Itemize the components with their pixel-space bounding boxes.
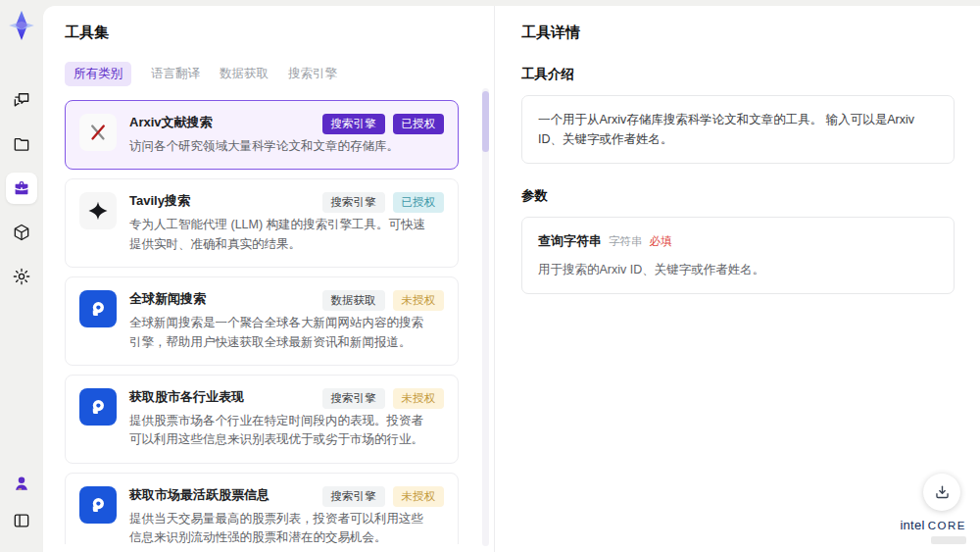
intel-core-logo: intelCORE <box>900 516 966 544</box>
sidebar-item-settings[interactable] <box>6 261 37 292</box>
sidebar-item-toolbox[interactable] <box>6 173 37 204</box>
tab-search[interactable]: 搜索引擎 <box>288 66 337 82</box>
category-tag: 搜索引擎 <box>322 114 385 134</box>
auth-tag: 未授权 <box>393 486 445 507</box>
category-tag: 数据获取 <box>322 290 385 311</box>
tool-list: Arxiv文献搜索 访问各个研究领域大量科学论文和文章的存储库。 搜索引擎 已授… <box>65 100 470 544</box>
tab-data[interactable]: 数据获取 <box>220 66 269 82</box>
tool-description: 专为人工智能代理 (LLM) 构建的搜索引擎工具。可快速提供实时、准确和真实的结… <box>129 216 433 254</box>
param-name: 查询字符串 <box>538 231 602 252</box>
required-badge: 必填 <box>650 232 672 250</box>
tool-card[interactable]: 获取市场最活跃股票信息 提供当天交易量最高的股票列表，投资者可以利用这些信息来识… <box>65 473 459 544</box>
tool-card[interactable]: Tavily搜索 专为人工智能代理 (LLM) 构建的搜索引擎工具。可快速提供实… <box>65 178 459 268</box>
sidebar-item-plugins[interactable] <box>6 217 37 248</box>
auth-tag: 已授权 <box>393 192 445 213</box>
category-tabs: 所有类别语言翻译数据获取搜索引擎 <box>65 62 470 86</box>
tool-card[interactable]: 获取股市各行业表现 提供股票市场各个行业在特定时间段内的表现。投资者可以利用这些… <box>65 375 459 464</box>
brand-secondary: CORE <box>928 520 966 531</box>
auth-tag: 已授权 <box>393 114 445 134</box>
page-title: 工具集 <box>65 24 470 42</box>
toolset-panel: 工具集 所有类别语言翻译数据获取搜索引擎 Arxiv文献搜索 访问各个研究领域大… <box>43 6 495 552</box>
download-icon <box>933 483 952 502</box>
app-logo-icon <box>7 10 36 43</box>
globe-news-icon <box>79 486 117 524</box>
sidebar-item-chat[interactable] <box>6 84 37 116</box>
tool-description: 提供当天交易量最高的股票列表，投资者可以利用这些信息来识别流动性强的股票和潜在的… <box>129 510 433 544</box>
category-tag: 搜索引擎 <box>322 192 385 213</box>
tool-details-panel: 工具详情 工具介绍 一个用于从Arxiv存储库搜索科学论文和文章的工具。 输入可… <box>496 6 980 552</box>
tool-description: 访问各个研究领域大量科学论文和文章的存储库。 <box>129 137 399 156</box>
app-sidebar <box>0 0 43 552</box>
globe-news-icon <box>79 290 117 327</box>
details-title: 工具详情 <box>521 24 955 42</box>
tab-all[interactable]: 所有类别 <box>65 62 131 86</box>
tab-translation[interactable]: 语言翻译 <box>151 66 200 82</box>
tool-description: 全球新闻搜索是一个聚合全球各大新闻网站内容的搜索引擎，帮助用户快速获取全球最新资… <box>129 314 433 352</box>
sidebar-item-files[interactable] <box>6 128 37 160</box>
tool-card[interactable]: Arxiv文献搜索 访问各个研究领域大量科学论文和文章的存储库。 搜索引擎 已授… <box>65 100 459 170</box>
sidebar-item-collapse[interactable] <box>6 505 37 536</box>
cube-icon <box>12 223 31 242</box>
avatar-icon <box>12 474 31 493</box>
param-type: 字符串 <box>609 232 643 250</box>
param-description: 用于搜索的Arxiv ID、关键字或作者姓名。 <box>538 260 938 279</box>
folder-icon <box>12 134 31 154</box>
auth-tag: 未授权 <box>393 290 445 311</box>
briefcase-icon <box>12 178 31 198</box>
chat-icon <box>12 90 31 110</box>
category-tag: 搜索引擎 <box>322 486 385 507</box>
gear-icon <box>12 267 31 286</box>
sidebar-item-profile[interactable] <box>6 468 37 499</box>
globe-news-icon <box>79 388 117 426</box>
intro-heading: 工具介绍 <box>521 66 955 83</box>
main-content: 工具集 所有类别语言翻译数据获取搜索引擎 Arxiv文献搜索 访问各个研究领域大… <box>43 6 980 552</box>
arxiv-icon <box>79 114 117 151</box>
params-heading: 参数 <box>521 187 955 205</box>
tavily-icon <box>79 192 117 229</box>
brand-primary: intel <box>900 518 924 532</box>
scrollbar[interactable] <box>482 88 489 546</box>
auth-tag: 未授权 <box>393 388 445 409</box>
scrollbar-thumb[interactable] <box>482 91 489 152</box>
category-tag: 搜索引擎 <box>322 388 385 409</box>
intro-text: 一个用于从Arxiv存储库搜索科学论文和文章的工具。 输入可以是Arxiv ID… <box>521 95 955 164</box>
tool-card[interactable]: 全球新闻搜索 全球新闻搜索是一个聚合全球各大新闻网站内容的搜索引擎，帮助用户快速… <box>65 276 459 366</box>
panel-toggle-icon <box>12 511 31 530</box>
tool-description: 提供股票市场各个行业在特定时间段内的表现。投资者可以利用这些信息来识别表现优于或… <box>129 412 433 450</box>
brand-badge <box>931 536 966 544</box>
param-item: 查询字符串 字符串 必填 用于搜索的Arxiv ID、关键字或作者姓名。 <box>521 217 955 294</box>
download-button[interactable] <box>923 474 960 511</box>
